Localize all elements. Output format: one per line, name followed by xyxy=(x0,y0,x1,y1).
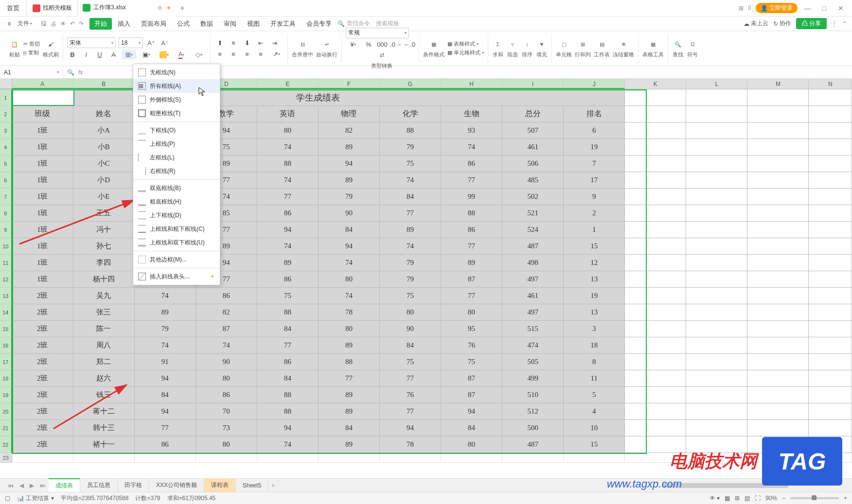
sheet-nav-last[interactable]: ⏭ xyxy=(37,482,49,489)
align-left-button[interactable]: ≡ xyxy=(214,49,225,59)
cell-20-G[interactable]: 77 xyxy=(380,403,441,420)
cell-14-H[interactable]: 80 xyxy=(441,304,502,321)
row-header-15[interactable]: 15 xyxy=(0,321,12,337)
cell-22-A[interactable]: 2班 xyxy=(12,436,73,453)
cell-3-K[interactable] xyxy=(625,122,686,139)
menu-file[interactable]: 文件▾ xyxy=(15,19,35,28)
row-header-16[interactable]: 16 xyxy=(0,337,12,354)
cell-16-E[interactable]: 77 xyxy=(257,337,319,354)
cell-3-N[interactable] xyxy=(809,122,852,139)
cell-20-C[interactable]: 94 xyxy=(135,403,196,420)
cell-10-L[interactable] xyxy=(686,238,747,255)
cell-16-D[interactable]: 74 xyxy=(196,337,257,354)
save-icon[interactable]: 🖫 xyxy=(41,20,47,27)
undo-icon[interactable]: ↶ xyxy=(70,20,75,27)
cell-5-A[interactable]: 1班 xyxy=(12,156,73,172)
cell-6-G[interactable]: 74 xyxy=(380,172,441,189)
cell-17-H[interactable]: 75 xyxy=(441,354,502,370)
cell-9-G[interactable]: 89 xyxy=(380,222,441,238)
cell-18-B[interactable]: 赵六 xyxy=(73,370,135,387)
cell-4-F[interactable]: 89 xyxy=(319,139,380,156)
cell-5-K[interactable] xyxy=(625,156,686,172)
cell-21-A[interactable]: 2班 xyxy=(12,420,73,436)
rowcol-button[interactable]: ⊞行和列 xyxy=(575,38,591,58)
cell-10-H[interactable]: 77 xyxy=(441,238,502,255)
cell-23-F[interactable] xyxy=(319,453,380,463)
cell-16-B[interactable]: 周八 xyxy=(73,337,135,354)
cell-12-E[interactable]: 86 xyxy=(257,271,319,288)
cell-15-E[interactable]: 84 xyxy=(257,321,319,337)
cell-2-L[interactable] xyxy=(686,106,747,122)
cell-9-F[interactable]: 84 xyxy=(319,222,380,238)
cell-21-L[interactable] xyxy=(686,420,747,436)
cell-14-C[interactable]: 89 xyxy=(135,304,196,321)
cell-8-J[interactable]: 2 xyxy=(564,205,625,222)
cell-6-A[interactable]: 1班 xyxy=(12,172,73,189)
row-header-19[interactable]: 19 xyxy=(0,387,12,403)
cell-13-K[interactable] xyxy=(625,288,686,304)
decimal-increase-button[interactable]: .0→ xyxy=(390,40,401,50)
sheet-tab-2[interactable]: 田字格 xyxy=(118,479,149,492)
border-all-item[interactable]: ⊞所有框线(A) xyxy=(133,79,220,93)
border-left-item[interactable]: 左框线(L) xyxy=(133,151,220,164)
cell-8-N[interactable] xyxy=(809,205,852,222)
cell-21-F[interactable]: 84 xyxy=(319,420,380,436)
align-top-button[interactable]: ⬆ xyxy=(214,38,225,48)
cell-14-J[interactable]: 13 xyxy=(564,304,625,321)
row-header-8[interactable]: 8 xyxy=(0,205,12,222)
sheet-nav-next[interactable]: ▶ xyxy=(27,482,37,489)
cell-21-M[interactable] xyxy=(747,420,809,436)
cell-2-E[interactable]: 英语 xyxy=(257,106,319,122)
login-button[interactable]: 👤 立即登录 xyxy=(756,3,798,13)
row-header-1[interactable]: 1 xyxy=(0,89,12,106)
indent-increase-button[interactable]: ⇥ xyxy=(269,38,280,48)
sheet-nav-prev[interactable]: ◀ xyxy=(17,482,27,489)
cell-11-H[interactable]: 89 xyxy=(441,255,502,271)
cell-19-G[interactable]: 76 xyxy=(380,387,441,403)
tab-pin-icon[interactable]: ⊕ xyxy=(158,4,162,11)
cell-23-B[interactable] xyxy=(73,453,135,463)
menu-data[interactable]: 数据 xyxy=(195,19,218,28)
cell-15-F[interactable]: 80 xyxy=(319,321,380,337)
cell-4-N[interactable] xyxy=(809,139,852,156)
cell-12-B[interactable]: 杨十四 xyxy=(73,271,135,288)
cell-13-G[interactable]: 75 xyxy=(380,288,441,304)
row-header-4[interactable]: 4 xyxy=(0,139,12,156)
col-header-l[interactable]: L xyxy=(686,79,747,89)
cell-23-D[interactable] xyxy=(196,453,257,463)
cell-6-B[interactable]: 小D xyxy=(73,172,135,189)
border-other-item[interactable]: 其他边框(M)... xyxy=(133,253,220,266)
cell-23-C[interactable] xyxy=(135,453,196,463)
cell-23-H[interactable] xyxy=(441,453,502,463)
border-none-item[interactable]: 无框线(N) xyxy=(133,66,220,79)
cell-18-E[interactable]: 84 xyxy=(257,370,319,387)
cell-5-E[interactable]: 88 xyxy=(257,156,319,172)
cell-8-G[interactable]: 77 xyxy=(380,205,441,222)
cell-7-I[interactable]: 502 xyxy=(502,189,564,205)
decimal-decrease-button[interactable]: ←.0 xyxy=(404,40,415,50)
cell-4-M[interactable] xyxy=(747,139,809,156)
view-fullscreen-icon[interactable]: ⛶ xyxy=(755,495,761,502)
cell-14-K[interactable] xyxy=(625,304,686,321)
cell-12-N[interactable] xyxy=(809,271,852,288)
menu-layout[interactable]: 页面布局 xyxy=(136,19,171,28)
cell-2-F[interactable]: 物理 xyxy=(319,106,380,122)
cell-13-E[interactable]: 75 xyxy=(257,288,319,304)
cell-10-A[interactable]: 1班 xyxy=(12,238,73,255)
indent-decrease-button[interactable]: ⇤ xyxy=(255,38,266,48)
align-bottom-button[interactable]: ⬇ xyxy=(242,38,252,48)
cell-21-H[interactable]: 84 xyxy=(441,420,502,436)
select-all-corner[interactable] xyxy=(0,79,12,89)
cell-8-H[interactable]: 88 xyxy=(441,205,502,222)
cell-16-H[interactable]: 76 xyxy=(441,337,502,354)
cell-12-K[interactable] xyxy=(625,271,686,288)
cell-15-L[interactable] xyxy=(686,321,747,337)
cell-19-D[interactable]: 86 xyxy=(196,387,257,403)
cell-17-F[interactable]: 88 xyxy=(319,354,380,370)
sheet-add-button[interactable]: + xyxy=(268,482,278,489)
cell-20-J[interactable]: 4 xyxy=(564,403,625,420)
sum-button[interactable]: Σ求和 xyxy=(492,38,504,58)
cell-18-K[interactable] xyxy=(625,370,686,387)
cell-18-I[interactable]: 499 xyxy=(502,370,564,387)
view-pagebreak-icon[interactable]: ⊞ xyxy=(735,495,740,502)
